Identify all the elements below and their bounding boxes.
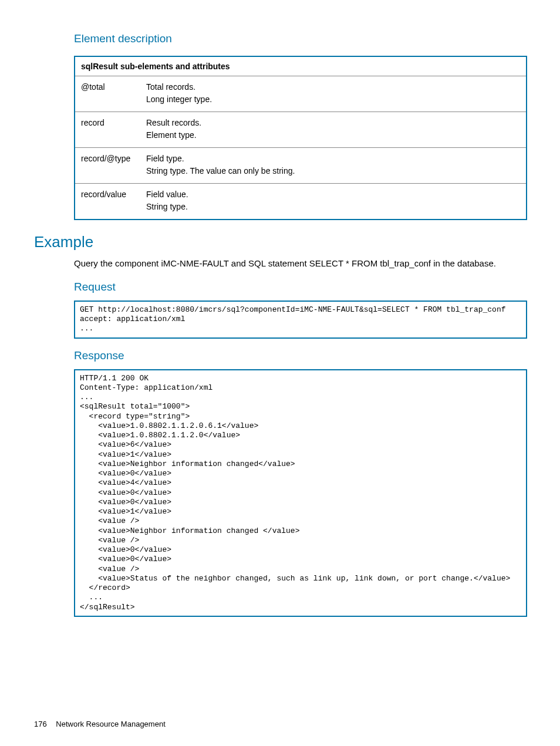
attr-name: @total: [75, 76, 140, 112]
heading-example: Example: [34, 233, 526, 251]
attr-desc: Field type. String type. The value can o…: [140, 148, 527, 184]
attr-desc: Total records. Long integer type.: [140, 76, 527, 112]
attr-name: record/value: [75, 184, 140, 220]
heading-response: Response: [74, 349, 526, 362]
attr-desc: Result records. Element type.: [140, 112, 527, 148]
attr-name: record/@type: [75, 148, 140, 184]
table-row: record/value Field value. String type.: [75, 184, 527, 220]
heading-element-description: Element description: [74, 32, 526, 45]
page-number: 176: [34, 720, 47, 728]
table-row: record Result records. Element type.: [75, 112, 527, 148]
page-footer: 176 Network Resource Management: [34, 720, 166, 728]
example-intro: Query the component iMC-NME-FAULT and SQ…: [74, 257, 526, 270]
attr-name: record: [75, 112, 140, 148]
heading-request: Request: [74, 281, 526, 293]
response-code-block: HTTP/1.1 200 OK Content-Type: applicatio…: [74, 369, 527, 617]
table-row: record/@type Field type. String type. Th…: [75, 148, 527, 184]
footer-title: Network Resource Management: [56, 720, 165, 728]
table-header: sqlResult sub-elements and attributes: [75, 56, 527, 76]
element-description-table: sqlResult sub-elements and attributes @t…: [74, 56, 527, 220]
table-row: @total Total records. Long integer type.: [75, 76, 527, 112]
attr-desc: Field value. String type.: [140, 184, 527, 220]
request-code-block: GET http://localhost:8080/imcrs/sql?comp…: [74, 301, 527, 339]
